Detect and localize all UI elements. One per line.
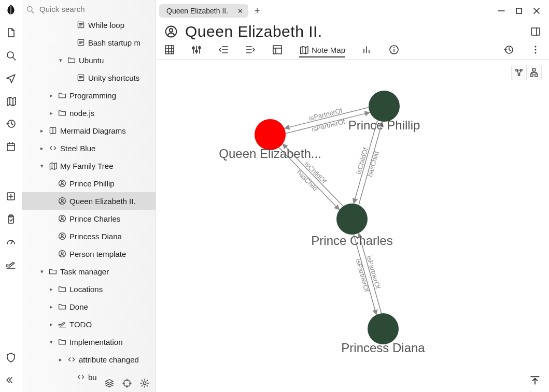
tasks-icon[interactable] — [5, 213, 17, 225]
chevron-down-icon[interactable]: ▾ — [38, 268, 46, 275]
tree-item-label: bu — [88, 373, 97, 382]
chevron-right-icon[interactable]: ▸ — [48, 92, 55, 99]
tree-item[interactable]: ▾My Family Tree — [22, 157, 156, 175]
graph-node[interactable]: Prince Charles — [311, 204, 392, 248]
tree-item[interactable]: ▸Mermaid Diagrams — [22, 122, 156, 139]
chevron-right-icon[interactable]: ▸ — [48, 321, 55, 328]
map-network-mode-icon[interactable] — [512, 65, 527, 80]
layout-icon[interactable] — [272, 45, 283, 55]
window-minimize-icon[interactable] — [497, 7, 505, 15]
settings-icon[interactable] — [140, 379, 150, 389]
chevron-down-icon[interactable]: ▾ — [38, 163, 46, 169]
chevron-down-icon[interactable]: ▾ — [48, 339, 55, 345]
code-icon — [77, 373, 85, 381]
svg-point-78 — [255, 119, 286, 150]
note-map-icon[interactable] — [5, 95, 17, 107]
bookmarks-icon[interactable] — [5, 191, 17, 202]
tree-item-label: Programming — [69, 91, 116, 100]
tab-close-icon[interactable]: ✕ — [237, 8, 243, 14]
svg-point-80 — [336, 204, 368, 235]
tree-item[interactable]: ▸attribute changed — [22, 351, 156, 368]
chevron-right-icon[interactable]: ▸ — [57, 356, 64, 363]
person-icon — [58, 250, 66, 258]
tree-item[interactable]: ▸Steel Blue — [22, 139, 156, 157]
add-tab-button[interactable]: + — [251, 6, 263, 17]
graph-node-label: Prince Charles — [311, 234, 392, 248]
tree-item[interactable]: ▸node.js — [22, 104, 156, 122]
new-note-icon[interactable] — [5, 27, 17, 38]
tree-item[interactable]: Prince Phillip — [22, 175, 156, 192]
tree-item-label: Implementation — [69, 338, 123, 346]
protected-session-icon[interactable] — [5, 352, 17, 363]
tree-item[interactable]: ▸TODO — [22, 315, 156, 333]
history-icon[interactable] — [503, 45, 514, 55]
map-tree-mode-icon[interactable] — [527, 65, 541, 80]
folder-icon — [58, 302, 66, 311]
graph-node-label: Queen Elizabeth... — [219, 147, 321, 161]
toggle-right-panel-icon[interactable] — [530, 26, 541, 37]
tree-item[interactable]: Princess Diana — [22, 227, 156, 245]
chevron-right-icon[interactable]: ▸ — [48, 110, 55, 117]
tree-item[interactable]: While loop — [22, 16, 156, 34]
indent-icon[interactable] — [245, 45, 256, 55]
chevron-right-icon[interactable]: ▸ — [48, 286, 55, 293]
quick-search-input[interactable] — [38, 4, 150, 14]
relation-graph[interactable]: isPartnerOfisPartnerOfhasChildisChildOfi… — [156, 60, 549, 391]
calendar-icon[interactable] — [5, 141, 17, 152]
chart-icon[interactable] — [362, 45, 372, 55]
window-maximize-icon[interactable] — [515, 7, 523, 15]
tree-item-label: While loop — [88, 21, 124, 30]
scroll-to-top-icon[interactable] — [529, 374, 542, 387]
tree-item[interactable]: ▾Task manager — [22, 263, 156, 280]
recent-changes-icon[interactable] — [5, 118, 17, 129]
outdent-icon[interactable] — [218, 45, 229, 55]
more-menu-icon[interactable] — [530, 45, 541, 55]
properties-icon[interactable] — [191, 45, 202, 55]
chevron-right-icon[interactable]: ▸ — [38, 145, 46, 152]
tree-item[interactable]: ▸Done — [22, 298, 156, 315]
actions-icon[interactable] — [5, 259, 17, 270]
tree-item-label: Prince Charles — [69, 214, 120, 223]
tree-item-label: Queen Elizabeth II. — [69, 197, 136, 206]
chevron-right-icon[interactable]: ▸ — [48, 303, 55, 310]
tree-item[interactable]: Unity shortcuts — [22, 69, 156, 86]
folder-icon — [58, 109, 66, 117]
info-icon[interactable] — [389, 45, 399, 55]
collapse-sidebar-icon[interactable] — [5, 374, 17, 386]
note-map-tab[interactable]: Note Map — [299, 45, 345, 57]
note-title[interactable]: Queen Elizabeth II. — [185, 23, 523, 40]
send-icon[interactable] — [5, 72, 17, 84]
search-icon[interactable] — [5, 50, 17, 61]
tree-item-label: Task manager — [60, 267, 109, 276]
tree-item[interactable]: Bash startup m — [22, 34, 156, 51]
tree-item[interactable]: ▸Programming — [22, 86, 156, 104]
graph-node[interactable]: Princess Diana — [341, 313, 425, 355]
tab-active[interactable]: Queen Elizabeth II. ✕ — [159, 4, 248, 18]
tab-label: Queen Elizabeth II. — [166, 7, 228, 15]
window-close-icon[interactable] — [532, 7, 541, 15]
tree-item-label: Prince Phillip — [69, 179, 115, 188]
tree-item-label: Bash startup m — [88, 38, 140, 47]
chevron-down-icon[interactable]: ▾ — [57, 57, 64, 64]
svg-point-81 — [368, 313, 399, 344]
table-view-icon[interactable] — [164, 45, 175, 55]
tree-item-label: node.js — [69, 109, 94, 118]
tree-item[interactable]: ▾Ubuntu — [22, 51, 156, 69]
chevron-right-icon[interactable]: ▸ — [38, 127, 46, 134]
tree-item[interactable]: Queen Elizabeth II. — [22, 192, 156, 210]
stats-icon[interactable] — [5, 236, 17, 248]
tree-item[interactable]: ▸Locations — [22, 280, 156, 298]
quick-search-icon[interactable] — [26, 5, 34, 13]
tree-item[interactable]: Person template — [22, 245, 156, 263]
tree-item[interactable]: Prince Charles — [22, 210, 156, 227]
graph-node[interactable]: Queen Elizabeth... — [219, 119, 321, 161]
app-logo-icon — [5, 4, 17, 16]
graph-node[interactable]: Prince Phillip — [348, 91, 420, 132]
folder-icon — [58, 338, 66, 346]
target-icon[interactable] — [122, 379, 133, 389]
svg-point-79 — [369, 91, 400, 122]
folder-icon — [58, 91, 66, 99]
tree-item[interactable]: ▾Implementation — [22, 333, 156, 351]
layers-icon[interactable] — [105, 379, 115, 389]
tree-item-label: Ubuntu — [79, 56, 104, 65]
